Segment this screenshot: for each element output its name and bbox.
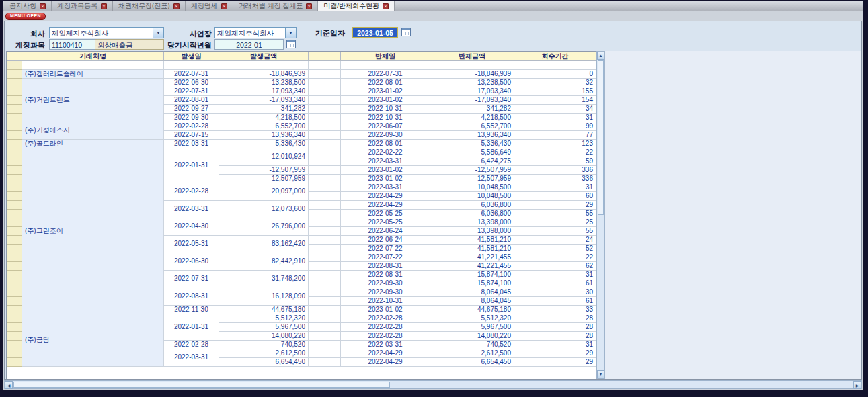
scrollbar-thumb[interactable] <box>13 382 390 388</box>
repay-date-cell[interactable]: 2022-02-28 <box>341 331 430 340</box>
header-period[interactable]: 회수기간 <box>514 52 596 61</box>
repay-date-cell[interactable]: 2022-06-24 <box>341 226 430 235</box>
row-selector[interactable] <box>7 148 22 157</box>
row-selector[interactable] <box>7 130 22 139</box>
period-cell[interactable]: 25 <box>514 218 596 226</box>
occur-date-cell[interactable]: 2022-05-31 <box>164 235 219 253</box>
tab-close-icon[interactable]: × <box>383 3 389 9</box>
repay-date-cell[interactable]: 2022-05-25 <box>341 209 430 218</box>
repay-date-cell[interactable]: 2022-07-22 <box>341 244 430 253</box>
scrollbar-thumb[interactable] <box>598 60 604 215</box>
menu-open-button[interactable]: MENU OPEN <box>5 13 46 20</box>
site-select[interactable]: 제일제지주식회사 ▼ <box>214 27 297 38</box>
tab-close-icon[interactable]: × <box>173 3 180 9</box>
row-selector[interactable] <box>7 253 22 261</box>
repay-amount-cell[interactable]: 13,238,500 <box>430 78 514 87</box>
repay-date-cell[interactable]: 2022-05-25 <box>341 218 430 226</box>
repay-amount-cell[interactable]: 8,064,045 <box>430 296 514 305</box>
occur-amount-cell[interactable]: 16,128,090 <box>219 288 309 305</box>
repay-amount-cell[interactable]: 44,675,180 <box>430 305 514 314</box>
occur-amount-cell[interactable]: 26,796,000 <box>219 218 309 235</box>
occur-date-cell[interactable]: 2022-02-28 <box>164 340 219 349</box>
repay-date-cell[interactable]: 2022-10-31 <box>341 113 430 122</box>
occur-amount-cell[interactable]: 4,218,500 <box>219 113 309 122</box>
vertical-scrollbar[interactable]: ▲ ▼ <box>596 51 605 379</box>
row-selector[interactable] <box>7 305 22 314</box>
occur-date-cell[interactable]: 2022-03-31 <box>164 349 219 366</box>
repay-amount-cell[interactable]: 13,936,340 <box>430 130 514 139</box>
row-selector[interactable] <box>7 314 22 322</box>
occur-amount-cell[interactable]: -341,282 <box>219 104 309 113</box>
tab-item[interactable]: 채권채무장(전표)× <box>113 1 186 11</box>
row-selector[interactable] <box>7 165 22 174</box>
occur-date-cell[interactable]: 2022-02-28 <box>164 122 219 130</box>
row-selector[interactable] <box>7 296 22 305</box>
repay-amount-cell[interactable] <box>430 61 514 70</box>
repay-date-cell[interactable]: 2022-03-31 <box>341 157 430 165</box>
occur-amount-cell[interactable]: 13,936,340 <box>219 130 309 139</box>
repay-date-cell[interactable]: 2022-10-31 <box>341 296 430 305</box>
calendar-icon[interactable] <box>286 40 296 48</box>
occur-date-cell[interactable]: 2022-08-31 <box>164 288 219 305</box>
repay-amount-cell[interactable]: -12,507,959 <box>430 165 514 174</box>
scrollbar-track[interactable] <box>391 381 853 388</box>
period-cell[interactable]: 31 <box>514 340 596 349</box>
horizontal-scrollbar[interactable]: ◀ ▶ <box>4 380 862 389</box>
occur-amount-cell[interactable]: 20,097,000 <box>219 183 309 200</box>
row-selector[interactable] <box>7 209 22 218</box>
row-selector[interactable] <box>7 288 22 296</box>
period-cell[interactable]: 55 <box>514 226 596 235</box>
occur-date-cell[interactable]: 2022-03-31 <box>164 200 219 218</box>
occur-date-cell[interactable]: 2022-07-31 <box>164 270 219 288</box>
row-selector[interactable] <box>7 95 22 104</box>
repay-amount-cell[interactable]: 14,080,220 <box>430 331 514 340</box>
occur-amount-cell[interactable]: 44,675,180 <box>219 305 309 314</box>
repay-amount-cell[interactable]: -17,093,340 <box>430 95 514 104</box>
repay-date-cell[interactable]: 2023-01-02 <box>341 95 430 104</box>
occur-amount-cell[interactable]: 6,552,700 <box>219 122 309 130</box>
header-occur-date[interactable]: 발생일 <box>164 52 219 61</box>
occur-amount-cell[interactable]: -12,507,959 <box>219 165 309 174</box>
period-cell[interactable]: 31 <box>514 183 596 191</box>
repay-amount-cell[interactable]: 2,612,500 <box>430 349 514 357</box>
repay-amount-cell[interactable]: 5,967,500 <box>430 322 514 331</box>
tab-close-icon[interactable]: × <box>101 3 107 9</box>
row-selector[interactable] <box>7 261 22 270</box>
repay-amount-cell[interactable]: 6,036,800 <box>430 209 514 218</box>
occur-amount-cell[interactable]: 83,162,420 <box>219 235 309 253</box>
period-cell[interactable]: 29 <box>514 349 596 357</box>
repay-amount-cell[interactable]: 10,048,500 <box>430 183 514 191</box>
repay-amount-cell[interactable]: 12,507,959 <box>430 174 514 183</box>
row-selector[interactable] <box>7 183 22 191</box>
occur-amount-cell[interactable]: 740,520 <box>219 340 309 349</box>
occur-date-cell[interactable]: 2022-04-30 <box>164 218 219 235</box>
occur-date-cell[interactable]: 2022-09-27 <box>164 104 219 113</box>
row-selector[interactable] <box>7 322 22 331</box>
repay-date-cell[interactable]: 2022-06-24 <box>341 235 430 244</box>
occur-amount-cell[interactable]: 2,612,500 <box>219 349 309 357</box>
occur-date-cell[interactable]: 2022-01-31 <box>164 314 219 340</box>
customer-cell[interactable]: (주)거성에스지 <box>22 122 164 139</box>
tab-close-icon[interactable]: × <box>40 3 46 9</box>
repay-amount-cell[interactable]: 5,336,430 <box>430 139 514 148</box>
row-selector[interactable] <box>7 78 22 87</box>
occur-date-cell[interactable]: 2022-01-31 <box>164 148 219 183</box>
row-selector[interactable] <box>7 331 22 340</box>
repay-date-cell[interactable]: 2022-04-29 <box>341 200 430 209</box>
occur-date-cell[interactable]: 2022-08-01 <box>164 95 219 104</box>
tab-item[interactable]: 계정명세× <box>186 1 233 11</box>
row-selector[interactable] <box>7 340 22 349</box>
customer-cell[interactable]: (주)금담 <box>22 314 164 366</box>
start-month-input[interactable]: 2022-01 <box>214 39 284 50</box>
repay-amount-cell[interactable]: 41,221,455 <box>430 261 514 270</box>
repay-amount-cell[interactable]: 4,218,500 <box>430 113 514 122</box>
row-selector[interactable] <box>7 218 22 226</box>
occur-date-cell[interactable]: 2022-07-31 <box>164 87 219 95</box>
row-selector[interactable] <box>7 174 22 183</box>
tab-close-icon[interactable]: × <box>306 3 312 9</box>
calendar-icon[interactable] <box>401 28 411 36</box>
period-cell[interactable]: 24 <box>514 235 596 244</box>
company-select[interactable]: 제일제지주식회사 ▼ <box>49 27 164 38</box>
period-cell[interactable]: 336 <box>514 174 596 183</box>
repay-amount-cell[interactable]: -18,846,939 <box>430 69 514 78</box>
